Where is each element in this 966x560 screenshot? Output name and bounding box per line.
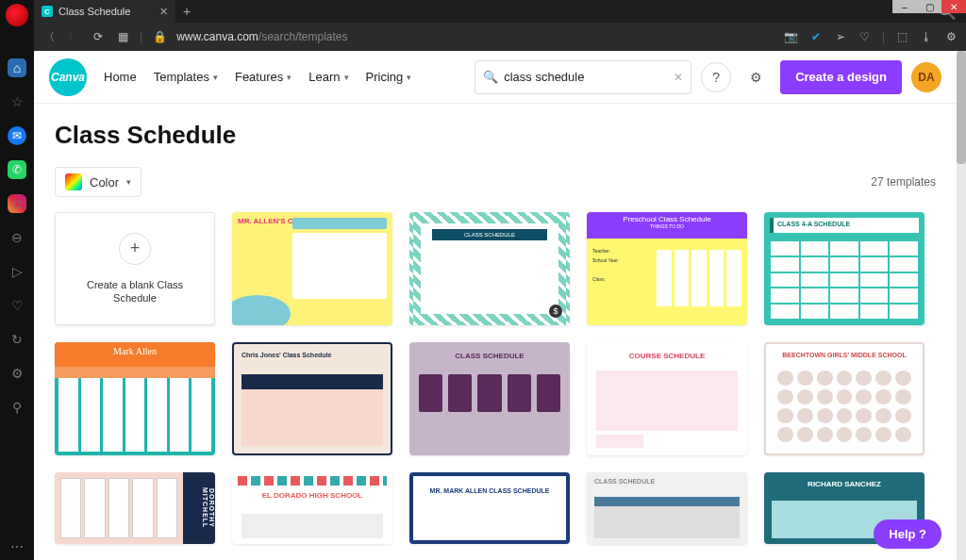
nav-forward-icon[interactable]: 〉	[66, 29, 81, 45]
opera-more-icon[interactable]: ⋯	[10, 539, 24, 554]
tab-class-schedule[interactable]: C Class Schedule ✕	[34, 0, 175, 23]
template-card[interactable]: Mark Allen	[55, 342, 215, 455]
template-card[interactable]: DOROTHY MITCHELL	[55, 472, 215, 544]
nav-home[interactable]: Home	[104, 70, 137, 84]
nav-features[interactable]: Features▾	[235, 70, 291, 84]
page-scrollbar[interactable]	[957, 51, 966, 560]
help-button[interactable]: Help ?	[874, 519, 941, 549]
lock-icon: 🔒	[152, 30, 167, 43]
template-card[interactable]: CLASS 4-A SCHEDULE	[764, 212, 924, 325]
settings-icon[interactable]: ⚙	[741, 62, 771, 92]
nav-learn[interactable]: Learn▾	[308, 70, 348, 84]
content-area: Class Schedule Color ▾ 27 templates + Cr…	[34, 104, 957, 560]
cube-icon[interactable]: ⬚	[894, 30, 909, 43]
clock-icon[interactable]: ↻	[8, 330, 26, 349]
chevron-down-icon: ▾	[213, 73, 218, 82]
blank-label: Create a blank Class Schedule	[56, 278, 214, 305]
user-avatar[interactable]: DA	[911, 62, 941, 92]
opera-home-icon[interactable]: ⌂	[8, 58, 26, 77]
speed-dial-icon[interactable]: ▦	[115, 30, 130, 43]
color-swatch-icon	[65, 173, 82, 190]
tab-close-icon[interactable]: ✕	[159, 6, 168, 18]
create-design-button[interactable]: Create a design	[780, 60, 902, 94]
template-card[interactable]: CLASS SCHEDULE	[409, 342, 570, 455]
search-input[interactable]: 🔍 class schedule ✕	[475, 60, 691, 94]
opera-logo-icon[interactable]	[6, 4, 28, 26]
nav-pricing[interactable]: Pricing▾	[366, 70, 412, 84]
premium-badge-icon: $	[549, 305, 562, 318]
template-card[interactable]: COURSE SCHEDULE	[587, 342, 747, 455]
template-card[interactable]: EL DORADO HIGH SCHOOL	[232, 472, 392, 544]
search-value: class schedule	[504, 70, 584, 84]
window-close-button[interactable]: ✕	[941, 0, 966, 13]
template-card[interactable]: BEECHTOWN GIRLS' MIDDLE SCHOOL	[764, 342, 924, 455]
reload-icon[interactable]: ⟳	[91, 30, 106, 43]
chevron-down-icon: ▾	[344, 73, 349, 82]
camera-icon[interactable]: 📷	[784, 30, 799, 43]
template-card[interactable]: MR. MARK ALLEN CLASS SCHEDULE	[409, 472, 570, 544]
blank-template-card[interactable]: + Create a blank Class Schedule	[55, 212, 215, 325]
play-icon[interactable]: ▷	[8, 262, 26, 281]
opera-sidebar: ⌂ ☆ ✉ ✆ ◻ ⊖ ▷ ♡ ↻ ⚙ ⚲ ⋯	[0, 0, 34, 560]
new-tab-button[interactable]: +	[175, 4, 198, 19]
plus-icon: +	[119, 233, 151, 265]
download-icon[interactable]: ⭳	[919, 30, 934, 43]
scrollbar-thumb[interactable]	[957, 51, 966, 164]
history-icon[interactable]: ⊖	[8, 228, 26, 247]
star-icon[interactable]: ☆	[8, 92, 26, 111]
canva-favicon-icon: C	[42, 6, 53, 17]
template-card[interactable]: Preschool Class ScheduleTHINGS TO DO Tea…	[587, 212, 747, 325]
chevron-down-icon: ▾	[126, 177, 131, 187]
messenger-icon[interactable]: ✉	[8, 126, 26, 145]
template-card[interactable]: CLASS SCHEDULE $	[409, 212, 570, 325]
template-card[interactable]: MR. ALLEN'S CLASS SCHEDULE	[232, 212, 392, 325]
canva-page: Canva Home Templates▾ Features▾ Learn▾ P…	[34, 51, 957, 560]
address-bar: 〈 〉 ⟳ ▦ | 🔒 www.canva.com/search/templat…	[34, 23, 966, 51]
canva-logo[interactable]: Canva	[49, 58, 87, 96]
window-minimize-button[interactable]: –	[892, 0, 917, 13]
send-icon[interactable]: ➢	[833, 30, 848, 43]
whatsapp-icon[interactable]: ✆	[8, 160, 26, 179]
window-maximize-button[interactable]: ▢	[917, 0, 941, 13]
page-title: Class Schedule	[55, 121, 936, 150]
filter-row: Color ▾ 27 templates	[55, 167, 936, 197]
nav-templates[interactable]: Templates▾	[154, 70, 218, 84]
color-filter-label: Color	[90, 175, 119, 189]
clear-search-icon[interactable]: ✕	[674, 71, 683, 84]
shield-check-icon[interactable]: ✔	[808, 30, 824, 43]
nav-back-icon[interactable]: 〈	[42, 29, 57, 45]
color-filter[interactable]: Color ▾	[55, 167, 142, 197]
tab-title: Class Schedule	[58, 6, 130, 17]
chevron-down-icon: ▾	[287, 73, 291, 82]
canva-header: Canva Home Templates▾ Features▾ Learn▾ P…	[34, 51, 957, 104]
search-icon: 🔍	[483, 70, 498, 84]
heart-toolbar-icon[interactable]: ♡	[858, 30, 873, 43]
url-field[interactable]: www.canva.com/search/templates	[176, 30, 347, 43]
template-card[interactable]: CLASS SCHEDULE	[587, 472, 747, 544]
easy-setup-icon[interactable]: ⚙	[943, 30, 958, 43]
template-count: 27 templates	[871, 175, 936, 189]
settings-gear-icon[interactable]: ⚙	[8, 364, 26, 383]
bulb-icon[interactable]: ⚲	[8, 398, 26, 417]
help-icon[interactable]: ?	[701, 62, 731, 92]
template-card[interactable]: Chris Jones' Class Schedule	[232, 342, 392, 455]
heart-icon[interactable]: ♡	[8, 296, 26, 315]
instagram-icon[interactable]: ◻	[8, 194, 26, 213]
chevron-down-icon: ▾	[407, 73, 411, 82]
tab-strip: C Class Schedule ✕ + 🔍	[34, 0, 966, 23]
template-grid: + Create a blank Class Schedule MR. ALLE…	[55, 212, 936, 544]
